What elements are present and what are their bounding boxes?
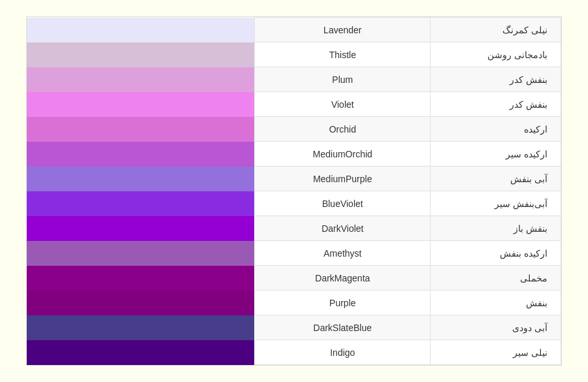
table-row: MediumOrchidارکیده سیر: [27, 142, 561, 167]
color-swatch: [27, 315, 255, 340]
color-swatch: [27, 167, 255, 191]
table-row: MediumPurpleآبی بنفش: [27, 167, 561, 191]
table-row: Plumبنفش کدر: [27, 67, 561, 92]
color-farsi-name: ارکیده: [431, 117, 561, 142]
color-farsi-name: آبی‌بنفش سیر: [431, 191, 561, 216]
color-farsi-name: نیلی کمرنگ: [431, 18, 561, 42]
table-row: DarkMagentaمخملی: [27, 266, 561, 291]
table-row: DarkSlateBlueآبی دودی: [27, 315, 561, 340]
table-row: BlueVioletآبی‌بنفش سیر: [27, 191, 561, 216]
color-name: DarkMagenta: [255, 266, 431, 291]
color-swatch: [27, 241, 255, 266]
table-row: Amethystارکیده بنفش: [27, 241, 561, 266]
color-name: Lavender: [255, 18, 431, 42]
color-farsi-name: مخملی: [431, 266, 561, 291]
color-name: DarkSlateBlue: [255, 315, 431, 340]
color-swatch: [27, 291, 255, 315]
color-name: Plum: [255, 67, 431, 92]
color-farsi-name: بنفش: [431, 291, 561, 315]
color-table: Lavenderنیلی کمرنگThistleبادمجانی روشنPl…: [26, 16, 562, 366]
color-swatch: [27, 67, 255, 92]
color-swatch: [27, 216, 255, 241]
table-row: Indigoنیلی سیر: [27, 340, 561, 365]
color-farsi-name: بنفش کدر: [431, 67, 561, 92]
color-swatch: [27, 92, 255, 117]
color-name: Violet: [255, 92, 431, 117]
color-farsi-name: بنفش کدر: [431, 92, 561, 117]
color-name: DarkViolet: [255, 216, 431, 241]
color-name: Thistle: [255, 42, 431, 67]
color-swatch: [27, 142, 255, 167]
table-row: Thistleبادمجانی روشن: [27, 42, 561, 67]
color-name: BlueViolet: [255, 191, 431, 216]
color-farsi-name: بنفش باز: [431, 216, 561, 241]
color-farsi-name: نیلی سیر: [431, 340, 561, 365]
color-name: Indigo: [255, 340, 431, 365]
color-name: Orchid: [255, 117, 431, 142]
color-name: Purple: [255, 291, 431, 315]
table-row: Orchidارکیده: [27, 117, 561, 142]
table-row: Lavenderنیلی کمرنگ: [27, 18, 561, 42]
color-name: MediumOrchid: [255, 142, 431, 167]
color-farsi-name: آبی بنفش: [431, 167, 561, 191]
color-swatch: [27, 340, 255, 365]
color-name: MediumPurple: [255, 167, 431, 191]
table-row: Purpleبنفش: [27, 291, 561, 315]
table-row: Violetبنفش کدر: [27, 92, 561, 117]
color-farsi-name: آبی دودی: [431, 315, 561, 340]
color-farsi-name: بادمجانی روشن: [431, 42, 561, 67]
color-swatch: [27, 266, 255, 291]
color-swatch: [27, 42, 255, 67]
color-farsi-name: ارکیده بنفش: [431, 241, 561, 266]
color-swatch: [27, 18, 255, 42]
color-name: Amethyst: [255, 241, 431, 266]
color-swatch: [27, 117, 255, 142]
color-farsi-name: ارکیده سیر: [431, 142, 561, 167]
table-row: DarkVioletبنفش باز: [27, 216, 561, 241]
color-swatch: [27, 191, 255, 216]
